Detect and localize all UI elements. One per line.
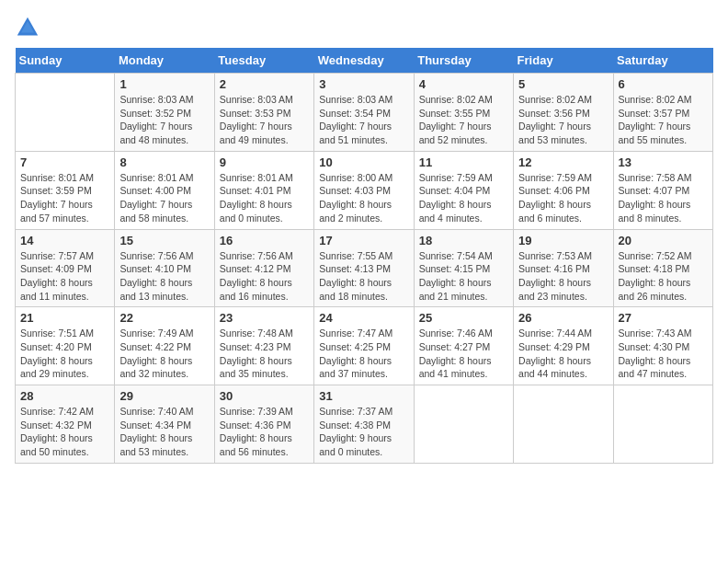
- header-thursday: Thursday: [414, 48, 513, 74]
- day-cell: 15Sunrise: 7:56 AM Sunset: 4:10 PM Dayli…: [115, 229, 214, 307]
- logo: [15, 15, 44, 40]
- day-info: Sunrise: 7:51 AM Sunset: 4:20 PM Dayligh…: [20, 327, 109, 381]
- day-info: Sunrise: 8:01 AM Sunset: 4:00 PM Dayligh…: [119, 171, 209, 225]
- day-number: 18: [419, 234, 508, 247]
- day-cell: 7Sunrise: 8:01 AM Sunset: 3:59 PM Daylig…: [16, 151, 115, 229]
- day-cell: 27Sunrise: 7:43 AM Sunset: 4:30 PM Dayli…: [613, 307, 712, 385]
- day-cell: 5Sunrise: 8:02 AM Sunset: 3:56 PM Daylig…: [514, 74, 613, 152]
- day-cell: 6Sunrise: 8:02 AM Sunset: 3:57 PM Daylig…: [613, 74, 712, 152]
- day-number: 20: [619, 234, 708, 247]
- day-cell: 1Sunrise: 8:03 AM Sunset: 3:52 PM Daylig…: [115, 74, 214, 152]
- day-number: 9: [220, 155, 309, 169]
- day-cell: 9Sunrise: 8:01 AM Sunset: 4:01 PM Daylig…: [214, 151, 313, 229]
- day-number: 13: [619, 155, 708, 169]
- day-number: 28: [20, 389, 109, 403]
- week-row-4: 21Sunrise: 7:51 AM Sunset: 4:20 PM Dayli…: [16, 307, 713, 385]
- day-cell: 26Sunrise: 7:44 AM Sunset: 4:29 PM Dayli…: [514, 307, 613, 385]
- week-row-2: 7Sunrise: 8:01 AM Sunset: 3:59 PM Daylig…: [16, 151, 713, 229]
- header: [15, 15, 713, 40]
- day-cell: 3Sunrise: 8:03 AM Sunset: 3:54 PM Daylig…: [314, 74, 414, 152]
- day-cell: 16Sunrise: 7:56 AM Sunset: 4:12 PM Dayli…: [214, 229, 313, 307]
- day-number: 30: [220, 389, 309, 403]
- day-cell: [414, 385, 513, 464]
- day-cell: 22Sunrise: 7:49 AM Sunset: 4:22 PM Dayli…: [115, 307, 214, 385]
- day-cell: 29Sunrise: 7:40 AM Sunset: 4:34 PM Dayli…: [115, 385, 214, 464]
- day-info: Sunrise: 7:47 AM Sunset: 4:25 PM Dayligh…: [319, 327, 408, 381]
- day-info: Sunrise: 8:03 AM Sunset: 3:53 PM Dayligh…: [220, 93, 309, 147]
- day-info: Sunrise: 7:48 AM Sunset: 4:23 PM Dayligh…: [220, 327, 309, 381]
- day-number: 10: [319, 155, 408, 169]
- day-cell: 4Sunrise: 8:02 AM Sunset: 3:55 PM Daylig…: [414, 74, 513, 152]
- day-cell: [514, 385, 613, 464]
- day-cell: 21Sunrise: 7:51 AM Sunset: 4:20 PM Dayli…: [16, 307, 115, 385]
- day-info: Sunrise: 7:44 AM Sunset: 4:29 PM Dayligh…: [518, 327, 608, 381]
- day-cell: 14Sunrise: 7:57 AM Sunset: 4:09 PM Dayli…: [16, 229, 115, 307]
- day-info: Sunrise: 7:57 AM Sunset: 4:09 PM Dayligh…: [20, 249, 109, 304]
- day-number: 22: [119, 311, 209, 325]
- day-info: Sunrise: 7:59 AM Sunset: 4:04 PM Dayligh…: [419, 171, 508, 225]
- day-info: Sunrise: 7:59 AM Sunset: 4:06 PM Dayligh…: [518, 171, 608, 225]
- week-row-5: 28Sunrise: 7:42 AM Sunset: 4:32 PM Dayli…: [16, 385, 713, 464]
- day-number: 15: [119, 234, 209, 247]
- day-cell: 2Sunrise: 8:03 AM Sunset: 3:53 PM Daylig…: [214, 74, 313, 152]
- calendar-table: SundayMondayTuesdayWednesdayThursdayFrid…: [15, 48, 713, 464]
- day-number: 26: [518, 311, 608, 325]
- day-cell: 12Sunrise: 7:59 AM Sunset: 4:06 PM Dayli…: [514, 151, 613, 229]
- day-cell: 19Sunrise: 7:53 AM Sunset: 4:16 PM Dayli…: [514, 229, 613, 307]
- day-info: Sunrise: 8:03 AM Sunset: 3:52 PM Dayligh…: [119, 93, 209, 147]
- day-cell: 10Sunrise: 8:00 AM Sunset: 4:03 PM Dayli…: [314, 151, 414, 229]
- day-cell: 28Sunrise: 7:42 AM Sunset: 4:32 PM Dayli…: [16, 385, 115, 464]
- day-number: 24: [319, 311, 408, 325]
- day-number: 6: [619, 77, 708, 91]
- day-number: 17: [319, 234, 408, 247]
- day-info: Sunrise: 7:53 AM Sunset: 4:16 PM Dayligh…: [518, 249, 608, 304]
- week-row-1: 1Sunrise: 8:03 AM Sunset: 3:52 PM Daylig…: [16, 74, 713, 152]
- day-number: 14: [20, 234, 109, 247]
- day-info: Sunrise: 7:37 AM Sunset: 4:38 PM Dayligh…: [319, 405, 408, 459]
- day-number: 23: [220, 311, 309, 325]
- day-info: Sunrise: 7:40 AM Sunset: 4:34 PM Dayligh…: [119, 405, 209, 459]
- day-number: 8: [119, 155, 209, 169]
- day-cell: 20Sunrise: 7:52 AM Sunset: 4:18 PM Dayli…: [613, 229, 712, 307]
- day-info: Sunrise: 8:01 AM Sunset: 4:01 PM Dayligh…: [220, 171, 309, 225]
- logo-icon: [15, 15, 40, 40]
- day-number: 29: [119, 389, 209, 403]
- header-friday: Friday: [514, 48, 613, 74]
- day-number: 3: [319, 77, 408, 91]
- day-cell: [613, 385, 712, 464]
- day-info: Sunrise: 8:01 AM Sunset: 3:59 PM Dayligh…: [20, 171, 109, 225]
- day-info: Sunrise: 8:02 AM Sunset: 3:57 PM Dayligh…: [619, 93, 708, 147]
- day-number: 31: [319, 389, 408, 403]
- day-cell: 25Sunrise: 7:46 AM Sunset: 4:27 PM Dayli…: [414, 307, 513, 385]
- day-number: 16: [220, 234, 309, 247]
- day-info: Sunrise: 7:49 AM Sunset: 4:22 PM Dayligh…: [119, 327, 209, 381]
- day-info: Sunrise: 7:58 AM Sunset: 4:07 PM Dayligh…: [619, 171, 708, 225]
- day-info: Sunrise: 8:03 AM Sunset: 3:54 PM Dayligh…: [319, 93, 408, 147]
- header-tuesday: Tuesday: [214, 48, 313, 74]
- day-info: Sunrise: 8:02 AM Sunset: 3:55 PM Dayligh…: [419, 93, 508, 147]
- day-info: Sunrise: 7:56 AM Sunset: 4:12 PM Dayligh…: [220, 249, 309, 304]
- day-info: Sunrise: 7:54 AM Sunset: 4:15 PM Dayligh…: [419, 249, 508, 304]
- header-saturday: Saturday: [613, 48, 712, 74]
- day-info: Sunrise: 7:55 AM Sunset: 4:13 PM Dayligh…: [319, 249, 408, 304]
- day-cell: 17Sunrise: 7:55 AM Sunset: 4:13 PM Dayli…: [314, 229, 414, 307]
- day-info: Sunrise: 7:42 AM Sunset: 4:32 PM Dayligh…: [20, 405, 109, 459]
- week-row-3: 14Sunrise: 7:57 AM Sunset: 4:09 PM Dayli…: [16, 229, 713, 307]
- day-number: 2: [220, 77, 309, 91]
- day-info: Sunrise: 7:52 AM Sunset: 4:18 PM Dayligh…: [619, 249, 708, 304]
- day-cell: 30Sunrise: 7:39 AM Sunset: 4:36 PM Dayli…: [214, 385, 313, 464]
- day-cell: 11Sunrise: 7:59 AM Sunset: 4:04 PM Dayli…: [414, 151, 513, 229]
- day-number: 19: [518, 234, 608, 247]
- day-number: 5: [518, 77, 608, 91]
- day-number: 21: [20, 311, 109, 325]
- day-cell: 8Sunrise: 8:01 AM Sunset: 4:00 PM Daylig…: [115, 151, 214, 229]
- day-cell: 24Sunrise: 7:47 AM Sunset: 4:25 PM Dayli…: [314, 307, 414, 385]
- header-wednesday: Wednesday: [314, 48, 414, 74]
- day-cell: 31Sunrise: 7:37 AM Sunset: 4:38 PM Dayli…: [314, 385, 414, 464]
- day-cell: 13Sunrise: 7:58 AM Sunset: 4:07 PM Dayli…: [613, 151, 712, 229]
- day-number: 1: [119, 77, 209, 91]
- day-number: 4: [419, 77, 508, 91]
- day-number: 25: [419, 311, 508, 325]
- day-info: Sunrise: 7:46 AM Sunset: 4:27 PM Dayligh…: [419, 327, 508, 381]
- day-cell: 23Sunrise: 7:48 AM Sunset: 4:23 PM Dayli…: [214, 307, 313, 385]
